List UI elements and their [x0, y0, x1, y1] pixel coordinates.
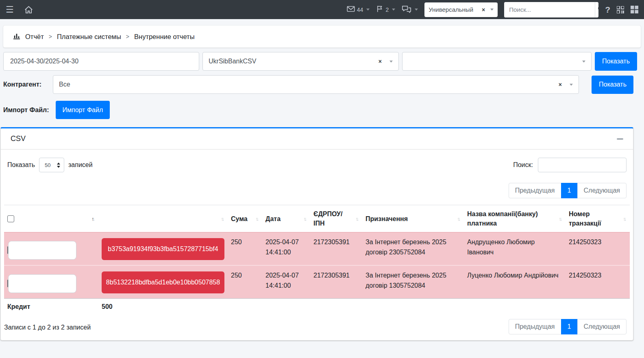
- csv-panel-header: CSV: [1, 128, 633, 150]
- cell-hash: b3753a91934f93b3fba5157287715bf4: [98, 232, 228, 266]
- breadcrumb-item-internal-reports[interactable]: Внутренние отчеты: [134, 33, 195, 41]
- cell-hash: 8b5132218bdfba5d1eb0e10bb0507858: [98, 265, 228, 299]
- table-search-label: Поиск:: [513, 161, 533, 169]
- import-file-button[interactable]: Импорт Файл: [56, 101, 110, 119]
- table-search-input[interactable]: [538, 158, 627, 172]
- row-text-input[interactable]: [8, 274, 76, 293]
- header-transaction-number[interactable]: Номер транзакції↑↓: [566, 205, 630, 232]
- select-all-checkbox[interactable]: [7, 215, 14, 222]
- qr-grid-icon[interactable]: [617, 6, 624, 13]
- date-range-input[interactable]: [9, 57, 193, 65]
- caret-down-icon: [570, 84, 573, 86]
- date-range-field: [3, 52, 199, 71]
- transactions-table: ↑↓ ↑↓ Сума↑↓ Дата↑↓ ЄДРПОУ/ ІПН↑↓: [4, 205, 630, 314]
- flags-count: 2: [385, 7, 389, 13]
- import-file-label: Импорт Файл:: [3, 106, 49, 114]
- extra-select[interactable]: [402, 52, 592, 71]
- next-page-button[interactable]: Следующая: [577, 183, 627, 198]
- header-date[interactable]: Дата↑↓: [262, 205, 310, 232]
- previous-page-button[interactable]: Предыдущая: [509, 183, 561, 198]
- sort-icon[interactable]: ↑↓: [255, 216, 259, 222]
- magnifier-icon: [598, 5, 598, 14]
- cell-transaction-number: 214250323: [566, 265, 630, 299]
- table-footer-row: Кредит 500: [4, 299, 630, 315]
- sort-icon[interactable]: ↑↓: [559, 216, 562, 222]
- collapse-minus-icon[interactable]: [617, 138, 623, 140]
- header-hash[interactable]: ↑↓: [98, 205, 228, 232]
- help-icon[interactable]: ?: [605, 5, 610, 15]
- navbar-search-button[interactable]: [595, 2, 598, 17]
- home-icon[interactable]: [24, 6, 33, 14]
- clear-icon[interactable]: ×: [482, 7, 485, 13]
- clear-icon[interactable]: ×: [376, 58, 384, 65]
- sort-icon[interactable]: ↑↓: [91, 216, 95, 222]
- header-sum[interactable]: Сума↑↓: [228, 205, 262, 232]
- breadcrumb-separator: >: [126, 33, 129, 40]
- next-page-button[interactable]: Следующая: [577, 319, 627, 334]
- pagination-bottom: Предыдущая 1 Следующая: [509, 319, 627, 334]
- navbar-search-input[interactable]: [504, 2, 595, 17]
- cell-date: 2025-04-07 14:41:00: [262, 232, 310, 266]
- panel-title: CSV: [11, 135, 26, 143]
- hash-button[interactable]: 8b5132218bdfba5d1eb0e10bb0507858: [102, 271, 224, 293]
- records-info: Записи с 1 до 2 из 2 записей: [4, 324, 91, 334]
- table-controls: Показать 50 записей Поиск:: [4, 154, 630, 172]
- project-select-value: Универсальный: [429, 6, 478, 13]
- cell-sum: 250: [228, 232, 262, 266]
- page-length-select[interactable]: 50: [39, 158, 64, 172]
- csv-panel: CSV Показать 50 записей Поиск: Предыдуща…: [0, 127, 633, 341]
- table-row: b3753a91934f93b3fba5157287715bf4 250 202…: [4, 232, 630, 266]
- bank-format-select[interactable]: UkrSibBankCSV ×: [202, 52, 399, 71]
- footer-credit-total: 500: [98, 299, 228, 315]
- breadcrumb: Отчёт > Платежные системы > Внутренние о…: [3, 26, 641, 48]
- sort-icon[interactable]: ↑↓: [355, 216, 359, 222]
- footer-credit-label: Кредит: [4, 299, 98, 315]
- header-edrpou[interactable]: ЄДРПОУ/ ІПН↑↓: [310, 205, 362, 232]
- filter-row-1: UkrSibBankCSV × Показать: [3, 52, 637, 71]
- messages-count: 44: [357, 7, 363, 13]
- page-number-button[interactable]: 1: [561, 183, 578, 198]
- cell-purpose: За Інтернет березень 2025 договір 130575…: [362, 265, 464, 299]
- stepper-icon: [57, 163, 60, 168]
- caret-down-icon: [392, 9, 395, 11]
- flag-icon: [376, 5, 383, 14]
- pagination-top: Предыдущая 1 Следующая: [4, 172, 630, 198]
- clear-icon[interactable]: ×: [556, 81, 564, 88]
- length-label-after: записей: [68, 161, 93, 169]
- show-counterparty-button[interactable]: Показать: [592, 76, 633, 94]
- page-number-button[interactable]: 1: [561, 319, 578, 334]
- navbar-search: [504, 2, 598, 17]
- length-label-before: Показать: [7, 161, 35, 169]
- breadcrumb-item-report[interactable]: Отчёт: [25, 33, 44, 41]
- flags-menu[interactable]: 2: [376, 5, 395, 14]
- chats-menu[interactable]: [402, 5, 418, 14]
- sort-icon[interactable]: ↑↓: [303, 216, 307, 222]
- layout-grid-icon[interactable]: [631, 6, 638, 13]
- header-payer[interactable]: Назва компанії(банку) платника↑↓: [464, 205, 566, 232]
- messages-menu[interactable]: 44: [347, 6, 370, 13]
- cell-purpose: За Інтернет березень 2025 договір 230575…: [362, 232, 464, 266]
- project-select[interactable]: Универсальный ×: [424, 2, 498, 17]
- sort-icon[interactable]: ↑↓: [221, 216, 224, 222]
- filter-row-2: Контрагент: Все × Показать: [3, 75, 633, 94]
- hash-button[interactable]: b3753a91934f93b3fba5157287715bf4: [102, 238, 224, 260]
- header-purpose[interactable]: Призначення↑↓: [362, 205, 464, 232]
- sort-icon[interactable]: ↑↓: [623, 216, 627, 222]
- show-button[interactable]: Показать: [595, 52, 637, 71]
- counterparty-select[interactable]: Все ×: [53, 75, 579, 94]
- cell-date: 2025-04-07 14:41:00: [262, 265, 310, 299]
- top-navbar: ☰ 44 2 Универсальный ×: [0, 0, 644, 19]
- header-select-all[interactable]: ↑↓: [4, 205, 98, 232]
- counterparty-value: Все: [59, 81, 552, 88]
- breadcrumb-separator: >: [49, 33, 52, 40]
- cell-select: [4, 232, 98, 266]
- breadcrumb-item-payment-systems[interactable]: Платежные системы: [57, 33, 121, 41]
- caret-down-icon: [389, 61, 393, 63]
- row-text-input[interactable]: [8, 241, 76, 260]
- table-header-row: ↑↓ ↑↓ Сума↑↓ Дата↑↓ ЄДРПОУ/ ІПН↑↓: [4, 205, 630, 232]
- comments-icon: [402, 5, 411, 14]
- cell-edrpou: 2172305391: [310, 232, 362, 266]
- hamburger-menu-icon[interactable]: ☰: [6, 5, 14, 14]
- previous-page-button[interactable]: Предыдущая: [509, 319, 561, 334]
- sort-icon[interactable]: ↑↓: [457, 216, 461, 222]
